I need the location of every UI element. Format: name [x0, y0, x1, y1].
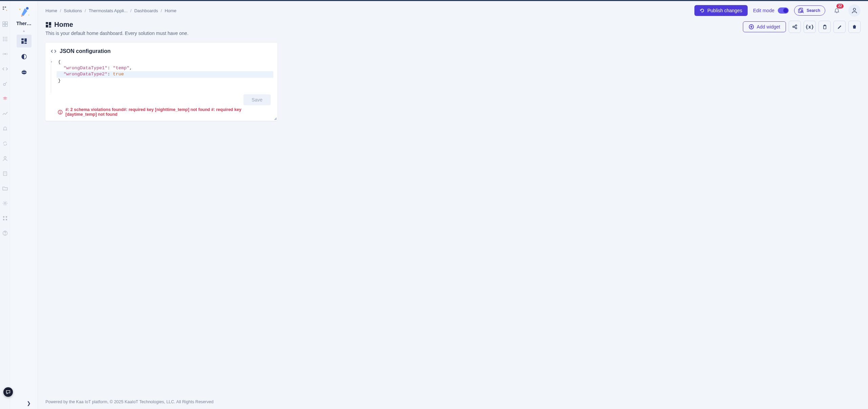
undo-icon [700, 8, 705, 13]
publish-changes-button[interactable]: Publish changes [694, 5, 748, 16]
svg-rect-40 [49, 22, 51, 25]
nav-bell-icon[interactable] [2, 126, 8, 131]
search-button[interactable]: Search [794, 5, 825, 16]
svg-point-38 [853, 8, 856, 11]
svg-rect-1 [5, 6, 6, 8]
chat-support-button[interactable] [3, 387, 13, 397]
plus-circle-icon [749, 24, 754, 30]
breadcrumb-link[interactable]: Home [45, 8, 57, 13]
nav-user-icon[interactable] [2, 156, 8, 161]
edit-mode-label: Edit mode [753, 8, 774, 13]
nav-help-icon[interactable] [2, 230, 8, 236]
title-row: Home This is your default home dashboard… [38, 19, 868, 38]
svg-rect-32 [24, 43, 27, 44]
page-subtitle: This is your default home dashboard. Eve… [45, 31, 189, 36]
code-text: "temp" [113, 66, 130, 71]
breadcrumb-link[interactable]: Dashboards [134, 8, 158, 13]
svg-rect-41 [46, 25, 48, 27]
global-nav-rail [0, 1, 10, 409]
profile-button[interactable] [848, 4, 861, 17]
svg-point-44 [793, 26, 794, 27]
sidebar-item-dashboards[interactable] [17, 35, 32, 48]
sidebar-item-public[interactable] [17, 66, 32, 79]
svg-rect-0 [3, 6, 4, 8]
nav-layers-icon[interactable] [2, 96, 8, 101]
variables-button[interactable]: {x} [804, 21, 816, 33]
nav-sync-icon[interactable] [2, 141, 8, 146]
search-duplicate-icon [798, 7, 804, 14]
user-icon [851, 7, 857, 14]
json-configuration-widget: JSON configuration ▾ { "wrongDataType1":… [45, 43, 277, 121]
notification-badge: 22 [836, 4, 844, 8]
nav-apps-icon[interactable] [2, 216, 8, 221]
code-icon [51, 49, 56, 54]
footer-text: Powered by the Kaa IoT platform, © 2025 … [38, 395, 868, 409]
svg-rect-39 [46, 22, 48, 24]
publish-label: Publish changes [707, 8, 742, 13]
notifications-button[interactable]: 22 [831, 4, 843, 17]
svg-point-17 [4, 53, 5, 54]
collapse-up-icon[interactable]: ▲ [22, 29, 26, 33]
breadcrumb-current: Home [165, 8, 177, 13]
sidebar-item-theme[interactable] [17, 50, 32, 63]
nav-settings-icon[interactable] [2, 201, 8, 206]
pencil-icon [837, 24, 842, 30]
widget-title: JSON configuration [60, 48, 111, 54]
page-title: Home [45, 21, 189, 29]
svg-point-12 [4, 39, 5, 40]
solution-nav-rail: Ther… ▲ ❯ [10, 1, 38, 409]
edit-mode-toggle[interactable] [778, 7, 789, 14]
svg-point-11 [3, 39, 4, 40]
nav-trend-icon[interactable] [2, 111, 8, 116]
page-title-text: Home [54, 21, 73, 29]
svg-point-8 [3, 37, 4, 38]
error-icon [58, 110, 63, 115]
app-logo-icon[interactable] [2, 6, 8, 12]
clipboard-button[interactable] [818, 21, 831, 33]
delete-button[interactable] [848, 21, 861, 33]
dashboard-icon [45, 22, 52, 28]
svg-point-45 [795, 25, 797, 26]
nav-grid-icon[interactable] [2, 36, 8, 42]
nav-dashboard-icon[interactable] [2, 21, 8, 27]
svg-point-13 [6, 39, 7, 40]
edit-button[interactable] [833, 21, 846, 33]
svg-point-19 [4, 156, 6, 159]
nav-paint-icon[interactable] [2, 81, 8, 87]
add-widget-label: Add widget [757, 24, 780, 30]
json-editor[interactable]: ▾ { "wrongDataType1": "temp", "wrongData… [51, 59, 273, 93]
add-widget-button[interactable]: Add widget [743, 21, 786, 32]
expand-sidebar-button[interactable]: ❯ [10, 397, 38, 409]
svg-rect-22 [3, 216, 4, 218]
nav-broadcast-icon[interactable] [2, 51, 8, 57]
clipboard-icon [822, 24, 827, 30]
chat-icon [6, 390, 11, 394]
svg-rect-20 [3, 172, 7, 175]
share-button[interactable] [789, 21, 801, 33]
code-text: } [58, 78, 61, 83]
svg-point-28 [26, 7, 28, 10]
edit-mode-toggle-group: Edit mode [753, 7, 789, 14]
svg-rect-4 [3, 22, 5, 24]
svg-rect-5 [5, 22, 7, 24]
nav-folder-icon[interactable] [2, 186, 8, 191]
svg-point-27 [5, 234, 5, 235]
trash-icon [852, 24, 857, 29]
search-label: Search [807, 8, 820, 13]
breadcrumb-link[interactable]: Solutions [64, 8, 82, 13]
fold-caret-icon[interactable]: ▾ [51, 60, 52, 64]
breadcrumb-sep: / [85, 8, 86, 13]
resize-handle-icon[interactable]: ◢ [274, 116, 277, 120]
breadcrumb-sep: / [60, 8, 61, 13]
code-text: : [107, 72, 113, 77]
nav-code-icon[interactable] [2, 66, 8, 72]
save-button[interactable]: Save [243, 94, 271, 105]
code-text: true [113, 72, 124, 77]
code-text: , [130, 66, 132, 71]
svg-point-46 [795, 27, 797, 29]
nav-building-icon[interactable] [2, 171, 8, 176]
svg-rect-23 [6, 216, 7, 218]
breadcrumb-link[interactable]: Thermostats Appli... [88, 8, 127, 13]
braces-icon: {x} [805, 24, 814, 30]
svg-rect-6 [3, 24, 5, 26]
